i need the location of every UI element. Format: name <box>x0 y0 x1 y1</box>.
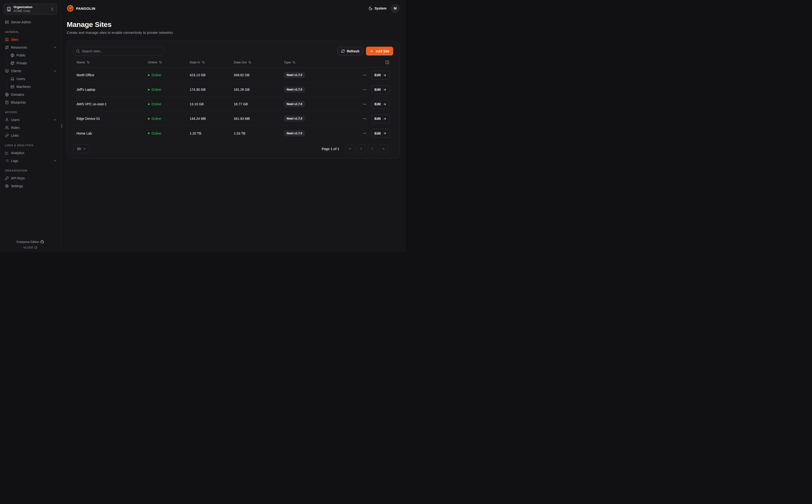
sidebar-section-general: GENERAL <box>0 26 61 35</box>
type-cell: Newt v1.7.0 <box>284 130 354 136</box>
sidebar-item-clients[interactable]: Clients <box>0 67 61 75</box>
edit-button[interactable]: Edit <box>371 114 390 123</box>
toolbar-actions: Refresh Add Site <box>337 47 393 55</box>
sidebar-item-resources[interactable]: Resources <box>0 43 61 51</box>
column-header-online[interactable]: Online <box>148 60 190 64</box>
search-input[interactable] <box>82 49 161 53</box>
theme-toggle-button[interactable]: System <box>369 6 386 10</box>
sidebar-item-public[interactable]: Public <box>10 51 61 59</box>
sidebar-item-domains[interactable]: Domains <box>0 91 61 98</box>
type-cell: Newt v1.7.0 <box>284 86 354 93</box>
user-icon <box>5 118 9 122</box>
sidebar: Organization ACME Corp. Server Admin GEN… <box>0 0 61 252</box>
column-header-type[interactable]: Type <box>284 60 354 64</box>
sites-card: Refresh Add Site Name Online <box>67 41 400 159</box>
sidebar-item-machines[interactable]: Machines <box>10 83 61 91</box>
status-badge: Online <box>148 73 190 77</box>
sidebar-item-roles[interactable]: Roles <box>0 124 61 131</box>
user-avatar[interactable]: M <box>391 4 400 13</box>
sidebar-item-blueprints[interactable]: Blueprints <box>0 98 61 106</box>
site-name: Edge Device 01 <box>76 117 148 121</box>
sidebar-item-users[interactable]: Users <box>0 116 61 124</box>
link-icon <box>5 134 9 137</box>
add-site-button[interactable]: Add Site <box>366 47 393 55</box>
status-badge: Online <box>148 102 190 106</box>
row-menu-button[interactable] <box>362 101 368 107</box>
sites-table: Name Online Data In Data Out <box>73 57 393 141</box>
column-header-data-out[interactable]: Data Out <box>234 60 284 64</box>
arrow-right-icon <box>383 131 386 135</box>
row-actions: Edit <box>354 85 390 94</box>
sidebar-item-sites[interactable]: Sites <box>0 35 61 43</box>
toggle-columns-button[interactable] <box>385 60 390 65</box>
page-size-select[interactable]: 20 <box>73 144 90 153</box>
sidebar-section-organization: ORGANIZATION <box>0 165 61 174</box>
next-page-button[interactable] <box>368 144 377 153</box>
monitor-up-icon <box>5 69 9 73</box>
last-page-button[interactable] <box>379 144 388 153</box>
chevrons-up-down-icon <box>51 7 54 11</box>
data-out-value: 349.62 DB <box>234 73 284 77</box>
prev-page-button[interactable] <box>357 144 365 153</box>
edit-button[interactable]: Edit <box>371 85 390 94</box>
data-in-value: 144.24 MB <box>190 117 234 121</box>
search-box <box>73 47 164 55</box>
column-header-name[interactable]: Name <box>76 60 148 64</box>
data-in-value: 1.20 TB <box>190 131 234 135</box>
building-icon <box>7 7 11 11</box>
sidebar-item-analytics[interactable]: Analytics <box>0 149 61 157</box>
data-out-value: 181.26 GB <box>234 88 284 91</box>
edit-button[interactable]: Edit <box>371 129 390 138</box>
column-header-data-in[interactable]: Data In <box>190 60 234 64</box>
sidebar-footer: Enterprise Edition v1.13.0 <box>0 240 61 249</box>
chevrons-right-icon <box>382 147 385 151</box>
first-page-button[interactable] <box>345 144 354 153</box>
pagination-right: Page 1 of 1 <box>322 144 388 153</box>
org-selector-value: ACME Corp. <box>14 9 31 13</box>
row-menu-button[interactable] <box>362 130 368 136</box>
table-body: North Office Online 423.13 GB 349.62 DB … <box>76 68 390 141</box>
row-menu-button[interactable] <box>362 87 368 93</box>
data-in-value: 174.30 GB <box>190 88 234 91</box>
online-dot-icon <box>148 103 150 105</box>
type-badge: Newt v1.7.0 <box>284 86 305 93</box>
table-row: Edge Device 01 Online 144.24 MB 341.93 M… <box>76 111 390 126</box>
site-name: Home Lab <box>76 131 148 135</box>
sidebar-item-api-keys[interactable]: API Keys <box>0 174 61 182</box>
sort-icon <box>292 61 295 64</box>
sidebar-item-settings[interactable]: Settings <box>0 182 61 190</box>
row-actions: Edit <box>354 129 390 138</box>
row-menu-button[interactable] <box>362 116 368 122</box>
sidebar-scrollbar-thumb[interactable] <box>61 124 62 128</box>
edition-link[interactable]: Enterprise Edition <box>17 240 44 244</box>
chevron-down-icon <box>53 118 57 121</box>
key-icon <box>5 176 9 180</box>
topbar: PANGOLIN System M <box>67 0 400 17</box>
edit-button[interactable]: Edit <box>371 71 390 80</box>
refresh-button[interactable]: Refresh <box>337 47 363 55</box>
sort-icon <box>248 61 251 64</box>
clients-sub-list: Users Machines <box>7 75 61 91</box>
org-selector[interactable]: Organization ACME Corp. <box>4 3 57 15</box>
sidebar-item-client-users[interactable]: Users <box>10 75 61 83</box>
edit-button[interactable]: Edit <box>371 100 390 109</box>
page-title: Manage Sites <box>67 20 400 29</box>
external-link-icon <box>34 246 37 249</box>
sidebar-item-links[interactable]: Links <box>0 131 61 139</box>
sidebar-item-server-admin[interactable]: Server Admin <box>0 18 61 26</box>
laptop-icon <box>10 77 14 81</box>
row-menu-button[interactable] <box>362 72 368 78</box>
sort-icon <box>87 61 90 64</box>
sidebar-item-private[interactable]: Private <box>10 59 61 67</box>
sidebar-item-logs[interactable]: Logs <box>0 157 61 165</box>
data-out-value: 1.53 TB <box>234 131 284 135</box>
ellipsis-icon <box>363 102 367 106</box>
server-icon <box>5 20 9 24</box>
version-link[interactable]: v1.13.0 <box>23 246 37 249</box>
table-header-row: Name Online Data In Data Out <box>76 57 390 68</box>
row-actions: Edit <box>354 114 390 123</box>
ellipsis-icon <box>363 73 367 77</box>
page-info: Page 1 of 1 <box>322 147 339 151</box>
online-dot-icon <box>148 132 150 134</box>
ellipsis-icon <box>363 117 367 121</box>
